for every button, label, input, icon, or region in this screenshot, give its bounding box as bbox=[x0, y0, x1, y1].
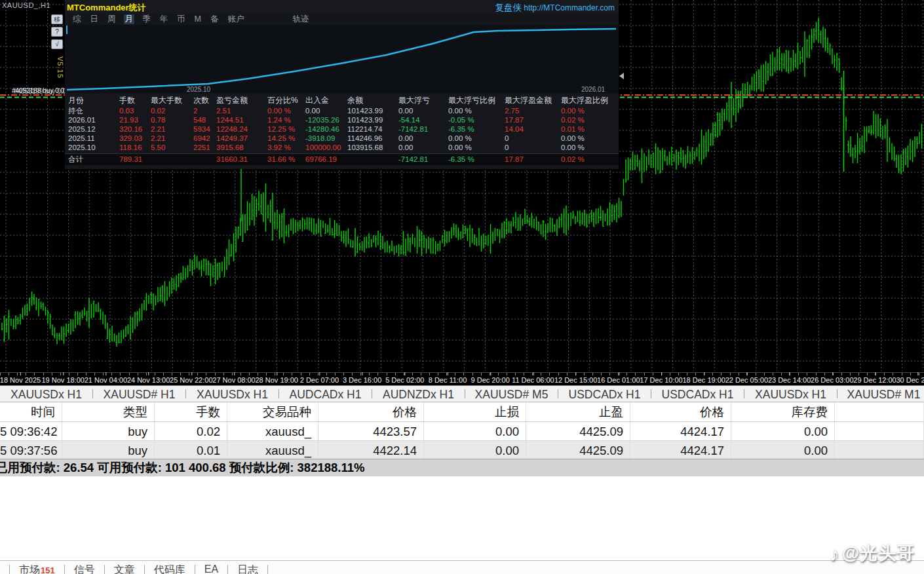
menu-item-综[interactable]: 综 bbox=[71, 14, 83, 24]
stats-header-cell: 出入金 bbox=[302, 95, 344, 106]
stats-cell: 14249.37 bbox=[213, 134, 264, 143]
stats-cell: 789.31 bbox=[116, 154, 147, 165]
footer-tab-代码库[interactable]: 代码库 bbox=[145, 561, 195, 574]
stats-cell: 0 bbox=[501, 143, 558, 152]
stats-row: 2025.12320.162.21593412248.2412.25 %-142… bbox=[65, 124, 619, 134]
time-axis-label: 11 Dec 06:00 bbox=[512, 376, 554, 384]
chart-tab-6[interactable]: XAUUSD# M5 bbox=[465, 386, 558, 402]
brand-link[interactable]: 复盘侠 http://MTCommander.com bbox=[495, 2, 615, 14]
trade-header-cell[interactable]: 交易品种 bbox=[227, 402, 318, 421]
menu-item-年[interactable]: 年 bbox=[159, 14, 170, 24]
trade-header-cell[interactable]: 库存费 bbox=[731, 402, 835, 421]
time-axis-label: 27 Nov 08:00 bbox=[212, 376, 255, 384]
stats-cell: 0.01 % bbox=[558, 124, 619, 134]
menu-item-周[interactable]: 周 bbox=[106, 14, 117, 24]
stats-cell: 112214.74 bbox=[344, 124, 395, 134]
time-axis-label: 5 Dec 02:00 bbox=[385, 376, 424, 384]
menu-item-月[interactable]: 月 bbox=[124, 14, 135, 24]
trade-header-cell[interactable]: 止损 bbox=[424, 402, 526, 421]
trade-header-cell[interactable]: 类型 bbox=[62, 402, 155, 421]
time-axis-tick bbox=[875, 372, 876, 375]
footer-tab-EA[interactable]: EA bbox=[195, 561, 227, 574]
menu-item-币[interactable]: 币 bbox=[176, 14, 187, 24]
stats-cell: -54.14 bbox=[395, 115, 445, 124]
stats-cell: 100000.00 bbox=[302, 143, 344, 152]
trade-cell: 4425.09 bbox=[526, 422, 630, 440]
stats-cell: 5.50 bbox=[147, 143, 190, 152]
stats-cell: 14.04 bbox=[501, 124, 558, 134]
time-axis-label: 18 Dec 19:00 bbox=[682, 376, 725, 384]
stats-cell: 0.00 % bbox=[264, 106, 302, 115]
chart-tab-2[interactable]: XAUUSD# H1 bbox=[93, 386, 185, 402]
menu-item-日[interactable]: 日 bbox=[89, 14, 100, 24]
trade-cell: 0.00 bbox=[424, 441, 526, 459]
trade-header-cell[interactable]: 价格 bbox=[318, 402, 424, 421]
move-button[interactable]: 移 bbox=[51, 14, 63, 24]
menu-item-季[interactable]: 季 bbox=[141, 14, 152, 24]
stats-total-row: 合计789.3131660.3131.66 %69766.19-7142.81-… bbox=[65, 153, 619, 165]
confirm-button[interactable]: √ bbox=[51, 39, 63, 49]
chart-tab-3[interactable]: XAUUSDx H1 bbox=[186, 386, 279, 402]
time-axis-label: 30 Dec 21:00 bbox=[896, 376, 924, 384]
time-axis-tick bbox=[448, 372, 448, 375]
trade-header-cell[interactable] bbox=[835, 402, 924, 421]
stats-cell: -7142.81 bbox=[395, 124, 445, 134]
chart-tab-10[interactable]: XAUUSD# M1 bbox=[837, 386, 924, 402]
time-axis-label: 26 Dec 03:00 bbox=[811, 376, 853, 384]
panel-titlebar[interactable]: MTCommander统计 复盘侠 http://MTCommander.com bbox=[65, 0, 619, 14]
time-axis-tick bbox=[234, 372, 235, 375]
stats-cell: 2 bbox=[190, 106, 213, 115]
mtcommander-panel: MTCommander统计 复盘侠 http://MTCommander.com… bbox=[65, 0, 619, 169]
stats-header-cell: 月份 bbox=[65, 95, 116, 106]
time-axis-tick bbox=[661, 372, 662, 375]
trade-header-cell[interactable]: 价格 bbox=[630, 402, 731, 421]
footer-tab-市场[interactable]: 市场151 bbox=[10, 561, 64, 574]
menu-item-M[interactable]: M bbox=[193, 14, 202, 24]
chart-tab-9[interactable]: XAUUSDx H1 bbox=[744, 386, 837, 402]
footer-tab-文章[interactable]: 文章 bbox=[105, 561, 144, 574]
stats-cell: 2.75 bbox=[501, 106, 558, 115]
time-axis-tick bbox=[149, 372, 149, 375]
time-axis[interactable]: 18 Nov 202519 Nov 18:0021 Nov 04:0024 No… bbox=[0, 372, 924, 385]
trade-header-cell[interactable]: 止盈 bbox=[526, 402, 630, 421]
trade-header-cell[interactable]: 手数 bbox=[155, 402, 227, 421]
stats-cell: 103915.68 bbox=[344, 143, 395, 152]
trade-cell: xauusd_ bbox=[227, 441, 318, 459]
market-count-badge: 151 bbox=[41, 565, 55, 574]
stats-cell: 0.00 bbox=[395, 106, 445, 115]
trade-cell: 4422.14 bbox=[318, 441, 424, 459]
time-axis-label: 28 Nov 19:00 bbox=[255, 376, 298, 384]
stats-cell: -3918.09 bbox=[302, 134, 344, 143]
trade-table-row[interactable]: 5 09:36:42buy0.02xauusd_4423.570.004425.… bbox=[0, 421, 924, 440]
footer-tab-日志[interactable]: 日志 bbox=[228, 561, 267, 574]
chart-tab-1[interactable]: XAUUSDx H1 bbox=[0, 386, 92, 402]
stats-row: 持仓0.030.0222.510.00 %0.00101423.990.000.… bbox=[65, 106, 619, 115]
chart-tab-4[interactable]: AUDCADx H1 bbox=[279, 386, 372, 402]
time-axis-tick bbox=[619, 372, 619, 375]
trade-table-row[interactable]: 5 09:37:56buy0.01xauusd_4422.140.004425.… bbox=[0, 440, 924, 459]
equity-axis-label: 2025.10 bbox=[187, 86, 210, 93]
menu-item-备[interactable]: 备 bbox=[209, 14, 220, 24]
stats-header-cell: 最大浮亏 bbox=[395, 95, 445, 106]
trade-cell: 5 09:37:56 bbox=[0, 441, 62, 459]
trade-table: 时间类型手数交易品种价格止损止盈价格库存费5 09:36:42buy0.02xa… bbox=[0, 402, 924, 459]
time-axis-label: 2 Dec 07:00 bbox=[300, 376, 339, 384]
menu-item-track[interactable]: 轨迹 bbox=[291, 14, 310, 24]
equity-axis-label: 2026.01 bbox=[581, 86, 605, 93]
stats-cell: 2026.01 bbox=[65, 115, 116, 124]
time-axis-label: 16 Dec 01:00 bbox=[597, 376, 640, 384]
stats-cell: 114246.96 bbox=[344, 134, 395, 143]
trade-header-cell[interactable]: 时间 bbox=[0, 402, 62, 421]
stats-cell: 6942 bbox=[190, 134, 213, 143]
footer-tab-信号[interactable]: 信号 bbox=[65, 561, 104, 574]
stats-row: 2025.11329.032.21694214249.3714.25 %-391… bbox=[65, 134, 619, 143]
menu-item-账户[interactable]: 账户 bbox=[226, 14, 245, 24]
chart-tab-8[interactable]: USDCADx H1 bbox=[651, 386, 744, 402]
stats-row: 2025.10118.165.5022513915.683.92 %100000… bbox=[65, 143, 619, 152]
help-button[interactable]: ? bbox=[51, 27, 63, 37]
chart-tab-7[interactable]: USDCADx H1 bbox=[558, 386, 651, 402]
chart-tab-5[interactable]: AUDNZDx H1 bbox=[372, 386, 465, 402]
trade-cell: 0.00 bbox=[424, 422, 526, 440]
stats-cell: 5934 bbox=[190, 124, 213, 134]
trade-table-header: 时间类型手数交易品种价格止损止盈价格库存费 bbox=[0, 402, 924, 421]
